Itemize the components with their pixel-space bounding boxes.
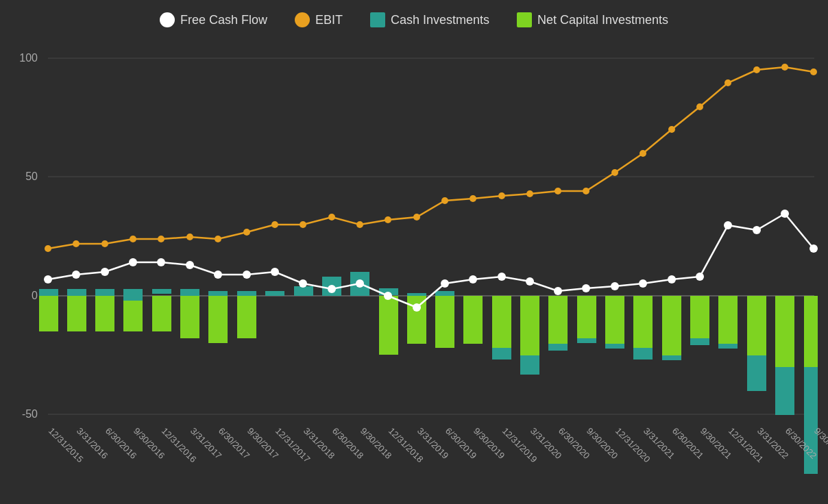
- x-axis: 12/31/2015 3/31/2016 6/30/2016 9/30/2016…: [47, 426, 828, 465]
- ebit-dot-8: [271, 221, 278, 228]
- bar-net-cap-27: [804, 296, 818, 367]
- fcf-dot-26: [781, 210, 789, 218]
- ebit-dot-25: [753, 66, 760, 73]
- chart-legend: Free Cash Flow EBIT Cash Investments Net…: [0, 0, 828, 34]
- fcf-dot-6: [214, 270, 222, 279]
- ebit-dot-22: [668, 126, 675, 133]
- bar-net-cap-18: [548, 296, 568, 344]
- bar-cash-inv-14: [435, 291, 454, 296]
- fcf-dot-14: [441, 279, 449, 288]
- bar-net-cap-23: [690, 296, 709, 338]
- legend-ebit: EBIT: [295, 12, 343, 27]
- fcf-legend-icon: [160, 12, 175, 27]
- bar-net-cap-21: [633, 296, 653, 348]
- bar-cash-inv-6: [208, 291, 228, 296]
- legend-cash-inv: Cash Investments: [370, 12, 489, 27]
- ebit-dot-18: [555, 188, 561, 194]
- ebit-dot-19: [583, 188, 589, 194]
- ebit-dot-27: [810, 68, 817, 75]
- bar-net-cap-24: [718, 296, 738, 344]
- bar-cash-inv-16: [492, 348, 511, 360]
- ebit-dot-13: [413, 214, 420, 220]
- bar-cash-inv-22: [662, 355, 681, 360]
- bar-net-cap-16: [492, 296, 511, 348]
- bar-net-cap-17: [520, 296, 539, 355]
- bar-cash-inv-17: [520, 355, 539, 375]
- fcf-dot-20: [611, 282, 619, 290]
- fcf-dot-23: [696, 273, 704, 281]
- ebit-dot-16: [498, 192, 505, 199]
- fcf-dot-16: [498, 273, 506, 281]
- bar-net-cap-26: [775, 296, 794, 367]
- bar-cash-inv-2: [95, 289, 114, 296]
- bar-net-cap-6: [208, 296, 228, 343]
- fcf-dot-12: [384, 292, 392, 300]
- ebit-dot-23: [696, 103, 703, 110]
- fcf-dot-15: [469, 275, 477, 284]
- cash-inv-legend-label: Cash Investments: [391, 13, 489, 27]
- bar-cash-inv-7: [237, 291, 256, 296]
- net-cap-legend-label: Net Capital Investments: [537, 13, 668, 27]
- bar-cash-inv-24: [718, 344, 738, 349]
- ebit-legend-label: EBIT: [315, 13, 343, 27]
- ebit-dot-21: [640, 150, 646, 157]
- fcf-dot-19: [582, 284, 590, 292]
- ebit-dot-4: [158, 236, 165, 242]
- fcf-dot-5: [186, 261, 194, 269]
- bar-net-cap-22: [662, 296, 681, 355]
- fcf-dot-17: [526, 277, 534, 286]
- ebit-dot-5: [186, 234, 193, 240]
- fcf-dot-27: [809, 244, 818, 253]
- cash-inv-legend-icon: [370, 12, 385, 27]
- bar-cash-inv-19: [577, 338, 596, 343]
- y-label-50: 50: [25, 171, 38, 182]
- y-label-100: 100: [19, 52, 38, 64]
- fcf-dot-9: [299, 279, 307, 288]
- ebit-dot-7: [243, 229, 250, 236]
- ebit-dot-14: [441, 197, 448, 204]
- fcf-dot-18: [554, 287, 562, 295]
- bar-net-cap-0: [39, 296, 58, 331]
- ebit-dot-2: [101, 240, 108, 247]
- bar-cash-inv-8: [265, 291, 284, 296]
- bar-cash-inv-13: [407, 293, 426, 296]
- ebit-dot-6: [215, 236, 221, 242]
- fcf-dot-7: [243, 270, 251, 279]
- fcf-dot-25: [753, 226, 761, 234]
- fcf-dot-11: [356, 279, 364, 288]
- bar-cash-inv-25: [747, 355, 766, 391]
- ebit-dot-12: [385, 216, 391, 223]
- fcf-dot-8: [271, 268, 279, 276]
- bar-net-cap-15: [463, 296, 483, 344]
- ebit-dot-11: [356, 221, 363, 228]
- bar-net-cap-20: [605, 296, 624, 344]
- bar-net-cap-19: [577, 296, 596, 338]
- fcf-dot-2: [101, 268, 109, 276]
- bar-cash-inv-21: [633, 348, 653, 360]
- fcf-dot-1: [72, 270, 80, 279]
- bar-cash-inv-0: [39, 289, 58, 296]
- bar-net-cap-14: [435, 296, 454, 348]
- bar-net-cap-4: [152, 296, 171, 331]
- y-label-0: 0: [32, 290, 38, 301]
- bar-net-cap-12: [379, 296, 398, 355]
- bar-net-cap-1: [67, 296, 86, 331]
- bar-net-cap-7: [237, 296, 256, 338]
- ebit-dot-3: [130, 236, 136, 242]
- fcf-dot-22: [668, 275, 676, 284]
- bar-cash-inv-5: [180, 289, 199, 296]
- ebit-line: [48, 67, 814, 249]
- ebit-dot-9: [300, 221, 306, 228]
- chart-container: Free Cash Flow EBIT Cash Investments Net…: [0, 0, 828, 504]
- fcf-dot-4: [157, 258, 165, 266]
- ebit-dot-0: [45, 245, 51, 252]
- fcf-dot-10: [328, 285, 336, 293]
- net-cap-legend-icon: [517, 12, 532, 27]
- bar-net-cap-13: [407, 296, 426, 344]
- bar-net-cap-2: [95, 296, 114, 331]
- fcf-dot-24: [724, 221, 732, 229]
- bar-net-cap-25: [747, 296, 766, 355]
- ebit-dot-24: [724, 79, 731, 86]
- bar-cash-inv-3: [123, 289, 143, 301]
- ebit-dot-10: [328, 214, 335, 220]
